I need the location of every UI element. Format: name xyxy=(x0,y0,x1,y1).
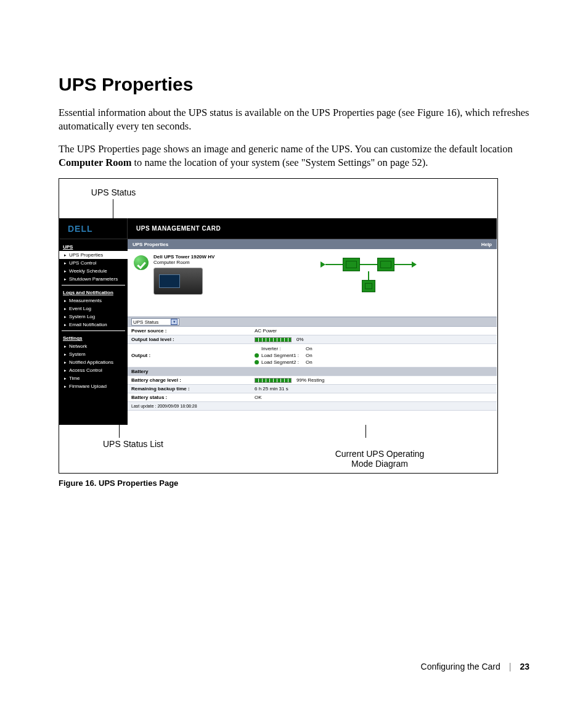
battery-charge-value: 99% Resting xyxy=(251,376,497,384)
status-ok-icon xyxy=(134,255,149,270)
callout-ups-status-list: UPS Status List xyxy=(84,439,182,449)
diagram-rectifier-icon xyxy=(343,258,360,271)
nav-measurements[interactable]: Measurements xyxy=(59,297,128,305)
ups-device-image xyxy=(153,268,203,295)
led-icon xyxy=(255,353,259,358)
remaining-backup-value: 6 h 25 min 31 s xyxy=(251,385,497,393)
callout-ups-status: UPS Status xyxy=(76,187,150,197)
nav-shutdown-parameters[interactable]: Shutdown Parameters xyxy=(59,275,128,283)
chevron-down-icon: ▾ xyxy=(171,319,178,325)
output-load-value: 0% xyxy=(251,335,497,343)
nav-ups-properties[interactable]: UPS Properties xyxy=(59,251,128,259)
device-info: Dell UPS Tower 1920W HV Computer Room xyxy=(153,254,214,295)
nav-section-ups: UPS xyxy=(59,242,128,251)
power-source-label: Power source : xyxy=(128,327,251,335)
ups-management-screenshot: DELL UPS MANAGEMENT CARD UPS UPS Propert… xyxy=(59,218,497,425)
power-source-value: AC Power xyxy=(251,327,497,335)
page-title: UPS Properties xyxy=(59,74,529,95)
battery-bar-icon xyxy=(255,378,292,383)
last-update: Last update : 2009/09/09 18:08:28 xyxy=(128,403,251,409)
dell-logo: DELL xyxy=(59,218,128,239)
nav-access-control[interactable]: Access Control xyxy=(59,366,128,374)
nav-time[interactable]: Time xyxy=(59,374,128,382)
nav-network[interactable]: Network xyxy=(59,342,128,350)
status-table: Power source : AC Power Output load leve… xyxy=(128,327,497,411)
nav-ups-control[interactable]: UPS Control xyxy=(59,259,128,267)
page-footer: Configuring the Card | 23 xyxy=(421,662,529,671)
led-icon xyxy=(255,360,259,364)
figure-caption: Figure 16. UPS Properties Page xyxy=(59,478,529,488)
nav-system-log[interactable]: System Log xyxy=(59,313,128,321)
remaining-backup-label: Remaining backup time : xyxy=(128,385,251,393)
battery-section-header: Battery xyxy=(128,367,251,376)
output-load-label: Output load level : xyxy=(128,335,251,343)
help-link[interactable]: Help xyxy=(481,242,492,247)
output-values: Inverter :On Load Segment1 :On Load Segm… xyxy=(255,345,312,366)
figure-frame: UPS Status UPS Status List Current UPS O… xyxy=(59,178,498,474)
nav-event-log[interactable]: Event Log xyxy=(59,305,128,313)
nav-section-logs: Logs and Notification xyxy=(59,287,128,297)
nav-email-notification[interactable]: Email Notification xyxy=(59,321,128,329)
battery-status-label: Battery status : xyxy=(128,393,251,401)
paragraph-1: Essential information about the UPS stat… xyxy=(59,106,529,134)
panel-header: UPS Properties Help xyxy=(128,239,497,249)
sidebar: UPS UPS Properties UPS Control Weekly Sc… xyxy=(59,239,128,425)
diagram-inverter-icon xyxy=(377,258,394,271)
panel-title: UPS Properties xyxy=(133,242,168,247)
battery-charge-label: Battery charge level : xyxy=(128,376,251,384)
operating-mode-diagram xyxy=(321,254,491,292)
paragraph-2: The UPS Properties page shows an image a… xyxy=(59,142,529,170)
nav-weekly-schedule[interactable]: Weekly Schedule xyxy=(59,267,128,275)
load-bar-icon xyxy=(255,337,292,342)
app-title: UPS MANAGEMENT CARD xyxy=(128,225,221,232)
output-label: Output : xyxy=(128,351,251,359)
callout-mode-diagram: Current UPS Operating Mode Diagram xyxy=(318,439,441,474)
nav-section-settings: Settings xyxy=(59,333,128,342)
nav-system[interactable]: System xyxy=(59,350,128,358)
diagram-battery-icon xyxy=(362,280,375,292)
nav-firmware-upload[interactable]: Firmware Upload xyxy=(59,382,128,390)
battery-status-value: OK xyxy=(251,393,497,401)
ups-status-select[interactable]: UPS Status ▾ xyxy=(131,318,179,326)
nav-notified-applications[interactable]: Notified Applications xyxy=(59,358,128,366)
